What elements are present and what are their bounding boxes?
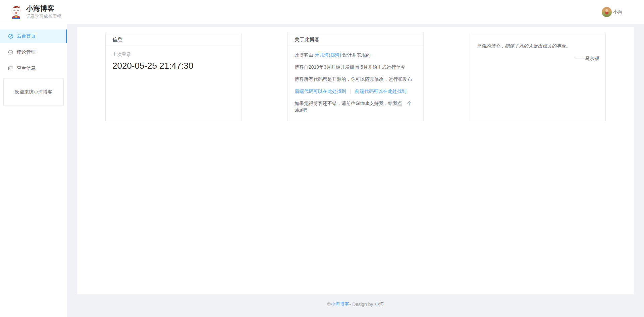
dashboard-icon bbox=[8, 34, 13, 39]
last-login-time: 2020-05-25 21:47:30 bbox=[112, 61, 234, 71]
quote-card-body: 坚强的信心，能使平凡的人做出惊人的事业。 ——马尔顿 bbox=[470, 33, 605, 68]
sidebar-item-dashboard[interactable]: 后台首页 bbox=[0, 29, 67, 43]
about-line-author: 此博客由 禾几海(郑海) 设计并实现的 bbox=[294, 52, 417, 58]
quote-text: 坚强的信心，能使平凡的人做出惊人的事业。 bbox=[477, 43, 599, 49]
message-icon bbox=[8, 50, 13, 55]
content-panel: 信息 上次登录 2020-05-25 21:47:30 关于此博客 此博客由 禾… bbox=[77, 27, 634, 294]
last-login-label: 上次登录 bbox=[112, 52, 234, 58]
info-card-body: 上次登录 2020-05-25 21:47:30 bbox=[106, 46, 241, 77]
link-divider: | bbox=[350, 88, 351, 94]
user-avatar[interactable] bbox=[602, 7, 612, 17]
site-subtitle: 记录学习成长历程 bbox=[26, 13, 61, 19]
about-author-prefix: 此博客由 bbox=[294, 52, 315, 58]
about-line-star: 如果觉得博客还不错，请前往Github支持我，给我点一个star吧 bbox=[294, 100, 417, 113]
user-menu[interactable]: 小海 bbox=[602, 7, 623, 17]
sidebar-item-profile[interactable]: 查看信息 bbox=[0, 62, 67, 75]
sidebar-item-label: 评论管理 bbox=[17, 49, 36, 55]
about-card-title: 关于此博客 bbox=[288, 33, 423, 46]
main-layout: 后台首页 评论管理 bbox=[0, 24, 644, 317]
footer-site-link[interactable]: 小海博客 bbox=[331, 301, 350, 307]
author-link[interactable]: 禾几海(郑海) bbox=[315, 52, 341, 58]
about-card: 关于此博客 此博客由 禾几海(郑海) 设计并实现的 博客自2019年3月开始开发… bbox=[287, 33, 424, 121]
page-footer: © 小海博客 - Design by 小海 bbox=[77, 294, 634, 314]
frontend-code-link[interactable]: 前端代码可以在此处找到 bbox=[355, 88, 407, 94]
welcome-text: 欢迎来访小海博客 bbox=[15, 89, 52, 95]
sidebar-item-comments[interactable]: 评论管理 bbox=[0, 46, 67, 59]
user-name[interactable]: 小海 bbox=[613, 9, 623, 15]
site-logo-icon bbox=[9, 5, 23, 19]
quote-author: ——马尔顿 bbox=[477, 56, 599, 62]
about-card-body: 此博客由 禾几海(郑海) 设计并实现的 博客自2019年3月开始开发编写 5月开… bbox=[288, 46, 423, 119]
about-line-links: 后端代码可以在此处找到|前端代码可以在此处找到 bbox=[294, 88, 417, 94]
footer-copyright: © bbox=[327, 302, 330, 307]
about-line-opensource: 博客所有代码都是开源的，你可以随意修改，运行和发布 bbox=[294, 76, 417, 82]
brand-text: 小海博客 记录学习成长历程 bbox=[26, 4, 61, 19]
brand: 小海博客 记录学习成长历程 bbox=[9, 4, 61, 19]
info-card: 信息 上次登录 2020-05-25 21:47:30 bbox=[105, 33, 241, 121]
sidebar-item-label: 查看信息 bbox=[17, 65, 36, 71]
footer-middle-text: - Design by bbox=[350, 302, 373, 307]
backend-code-link[interactable]: 后端代码可以在此处找到 bbox=[294, 88, 346, 94]
footer-designer: 小海 bbox=[375, 301, 384, 307]
sidebar-menu: 后台首页 评论管理 bbox=[0, 24, 67, 75]
welcome-box: 欢迎来访小海博客 bbox=[3, 78, 64, 106]
quote-card: 坚强的信心，能使平凡的人做出惊人的事业。 ——马尔顿 bbox=[470, 33, 606, 121]
info-card-title: 信息 bbox=[106, 33, 241, 46]
about-line-history: 博客自2019年3月开始开发编写 5月开始正式运行至今 bbox=[294, 64, 417, 70]
sidebar-item-label: 后台首页 bbox=[17, 33, 36, 39]
main-column: 信息 上次登录 2020-05-25 21:47:30 关于此博客 此博客由 禾… bbox=[77, 27, 634, 317]
site-title: 小海博客 bbox=[26, 4, 61, 12]
about-author-suffix: 设计并实现的 bbox=[341, 52, 371, 58]
sidebar: 后台首页 评论管理 bbox=[0, 24, 67, 317]
idcard-icon bbox=[8, 66, 13, 71]
app-header: 小海博客 记录学习成长历程 小海 bbox=[0, 0, 644, 24]
